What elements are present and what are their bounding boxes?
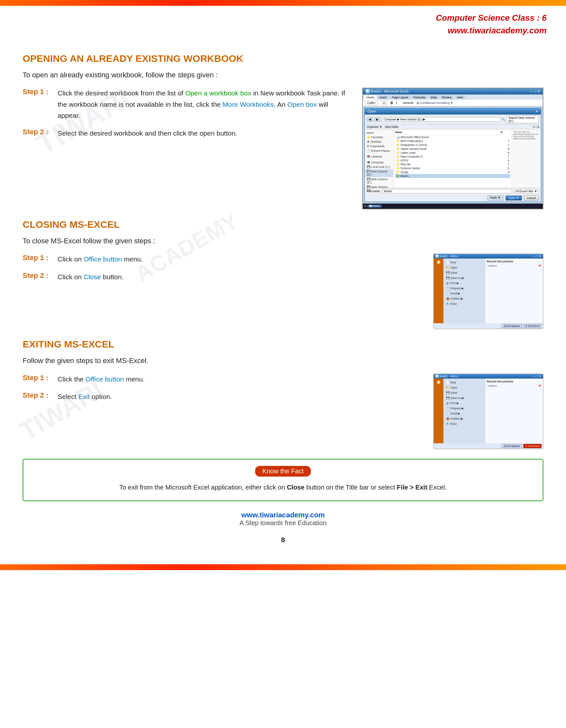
menu2-print[interactable]: 🖨 Print ▶ xyxy=(444,401,485,406)
file-bpp[interactable]: 📁 BPP Publications 7 xyxy=(395,139,510,143)
tab-insert[interactable]: Insert xyxy=(377,95,389,100)
menu-new[interactable]: 📄 New xyxy=(444,260,485,265)
col-d: D xyxy=(501,131,510,134)
address-bar[interactable]: Computer ▶ New Volume (D:) ▶ xyxy=(382,117,500,122)
tab-formulas[interactable]: Formulas xyxy=(411,95,428,100)
tab-review[interactable]: Review xyxy=(440,95,454,100)
recent-doc-1[interactable]: 1 Book1 📌 xyxy=(487,264,542,268)
file-msoffice[interactable]: 📊 Microsoft Office Excel xyxy=(395,135,510,139)
exiting-step1-label: Step 1 : xyxy=(23,374,52,382)
open-button[interactable]: Open ▼ xyxy=(505,195,522,201)
bold-btn[interactable]: B xyxy=(391,101,393,105)
filename-input[interactable]: Book1 xyxy=(382,189,512,193)
top-gradient-bar xyxy=(0,0,566,6)
know-fact-badge: Know the Fact xyxy=(255,466,311,477)
opening-layout: Step 1 : Click the desired workbook from… xyxy=(23,88,543,209)
menu2-publish[interactable]: 📤 Publish ▶ xyxy=(444,416,485,421)
col-name: Name xyxy=(395,131,501,134)
menu2-close[interactable]: ✕ Close xyxy=(444,421,485,426)
know-fact-box: Know the Fact To exit from the Microsoft… xyxy=(23,459,543,501)
recent-doc-1b[interactable]: 1 Book1 📌 xyxy=(487,384,542,388)
opening-heading: OPENING AN ALREADY EXISTING WORKBOOK xyxy=(23,53,543,64)
organize-btn[interactable]: Organize ▼ xyxy=(367,125,382,128)
sidebar-vol-e[interactable]: 💾 New Volume (E:) xyxy=(365,177,393,185)
file-science[interactable]: 📁 Science Series 5 xyxy=(395,166,510,170)
opening-step-1: Step 1 : Click the desired workbook from… xyxy=(23,88,349,121)
know-fact-title: Know the Fact xyxy=(33,466,533,477)
sidebar-vol-d[interactable]: 💾 New Volume (D:) xyxy=(365,169,393,177)
sidebar-libraries[interactable]: 📚 Libraries xyxy=(365,154,393,159)
step1-highlight-open: Open a workbook box xyxy=(185,89,251,97)
menu-send[interactable]: 📧 Send ▶ xyxy=(444,291,485,296)
tab-data[interactable]: Data xyxy=(428,95,439,100)
filetype-selector[interactable]: All Excel Files ▼ xyxy=(514,189,539,193)
sidebar-local-c[interactable]: 💾 Local Disk (C:) xyxy=(365,165,393,169)
closing-section: CLOSING MS-EXCEL To close MS-Excel follo… xyxy=(23,219,543,329)
cancel-button[interactable]: Cancel xyxy=(524,195,539,201)
office-btn-circle[interactable]: ⊕ xyxy=(434,259,443,323)
exiting-layout: Step 1 : Click the Office button menu. S… xyxy=(23,374,543,449)
nav-forward[interactable]: ▶ xyxy=(374,117,380,122)
sidebar-recent[interactable]: 🕒 Recent Places xyxy=(365,149,393,153)
office-menu-exiting: ⊕ 📄 New 📂 Open 💾 Save 💾 Save As ▶ 🖨 Prin… xyxy=(434,379,543,443)
opening-step-2: Step 2 : Select the desired workbook and… xyxy=(23,128,349,139)
file-book1[interactable]: 📗 Book1 xyxy=(395,174,510,178)
closing-step1-text: Click on Office button menu. xyxy=(58,254,143,265)
exit-excel-btn[interactable]: ✕ Exit Excel xyxy=(523,324,541,328)
tools-btn[interactable]: Tools ▼ xyxy=(487,195,503,201)
sidebar-downloads[interactable]: ⬇ Downloads xyxy=(365,144,393,149)
tab-view[interactable]: View xyxy=(454,95,465,100)
know-fact-text: To exit from the Microsoft Excel applica… xyxy=(33,482,533,493)
office-btn-circle2[interactable]: ⊕ xyxy=(434,379,443,443)
menu-publish[interactable]: 📤 Publish ▶ xyxy=(444,296,485,301)
open-dialog-nav: ◀ ▶ Computer ▶ New Volume (D:) ▶ 🔍 Searc… xyxy=(365,115,541,125)
file-songs[interactable]: 📁 songs 4 xyxy=(395,170,510,174)
file-deepankar[interactable]: 📁 Deepankar G (2015) 7 xyxy=(395,143,510,147)
open-dialog-label: Open xyxy=(367,109,376,114)
file-ntfs[interactable]: 📁 NTFS 5 xyxy=(395,159,510,162)
sidebar-desktop[interactable]: 🖥 Desktop xyxy=(365,139,393,144)
taskbar-excel[interactable]: 📊 Book1 xyxy=(367,205,381,207)
menu-open[interactable]: 📂 Open xyxy=(444,265,485,270)
menu-save[interactable]: 💾 Save xyxy=(444,270,485,275)
exit-excel-btn2[interactable]: ✕ Exit Excel xyxy=(523,444,541,448)
file-phy[interactable]: 📁 Phy Hin 7 xyxy=(395,162,510,166)
menu2-saveas[interactable]: 💾 Save As ▶ xyxy=(444,395,485,401)
sidebar-computer[interactable]: 💻 Computer xyxy=(365,160,393,165)
exiting-section: EXITING MS-EXCEL Follow the given steps … xyxy=(23,339,543,449)
italic-btn[interactable]: I xyxy=(396,101,397,105)
menu-print[interactable]: 🖨 Print ▶ xyxy=(444,281,485,286)
menu2-prepare[interactable]: 📋 Prepare ▶ xyxy=(444,406,485,411)
excel-title: 📊 Book1 - Microsoft Excel xyxy=(365,89,408,94)
step2-label: Step 2 : xyxy=(23,128,52,136)
office-btn-highlight2: Office button xyxy=(85,375,124,383)
file-letter[interactable]: 📁 Letter Lead 6 xyxy=(395,151,510,155)
office-bottom: Excel Options ✕ Exit Excel xyxy=(434,323,543,329)
file-jaipur[interactable]: 📁 Jaipur Nursery book 8 xyxy=(395,147,510,151)
file-new-computer[interactable]: 📁 New Computer-5 7 xyxy=(395,155,510,159)
excel-options-btn2[interactable]: Excel Options xyxy=(502,444,522,448)
menu-prepare[interactable]: 📋 Prepare ▶ xyxy=(444,286,485,291)
menu2-new[interactable]: 📄 New xyxy=(444,380,485,385)
open-dialog-close[interactable]: ✕ xyxy=(535,109,538,114)
menu2-send[interactable]: 📧 Send ▶ xyxy=(444,411,485,416)
cond-format-btn[interactable]: ▤ Conditional Formatting ▼ xyxy=(416,101,453,105)
tab-home[interactable]: Home xyxy=(364,95,376,100)
sidebar-favorites[interactable]: ⭐ Favorites xyxy=(365,135,393,139)
footer-tagline: A Step towards free Education xyxy=(23,519,543,527)
view-icons: ≡ □ ℹ xyxy=(533,125,539,128)
nav-back[interactable]: ◀ xyxy=(367,117,373,122)
excel-options-btn[interactable]: Excel Options xyxy=(502,324,522,328)
tab-page-layout[interactable]: Page Layout xyxy=(390,95,411,100)
menu-saveas[interactable]: 💾 Save As ▶ xyxy=(444,275,485,281)
closing-step1-label: Step 1 : xyxy=(23,254,52,262)
menu2-save[interactable]: 💾 Save xyxy=(444,390,485,395)
new-folder-btn[interactable]: New folder xyxy=(385,125,399,128)
filename-label: File name: xyxy=(367,190,380,193)
menu2-open[interactable]: 📂 Open xyxy=(444,385,485,390)
closing-controls: — □ ✕ xyxy=(533,255,541,258)
start-btn[interactable]: ⊞ xyxy=(364,205,366,207)
excel-toolbar: Calibri 11 B I General ▤ Conditional For… xyxy=(363,100,543,106)
search-box[interactable]: Search New Volume (D:) xyxy=(506,116,539,123)
menu-close[interactable]: ✕ Close xyxy=(444,301,485,306)
